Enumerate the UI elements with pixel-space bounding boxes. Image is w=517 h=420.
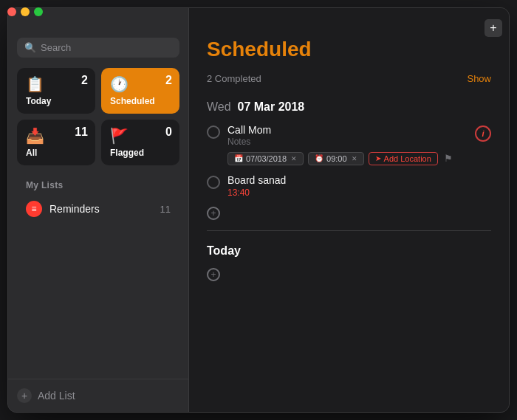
search-input[interactable]: Search bbox=[41, 42, 71, 53]
clock-icon: ⏰ bbox=[315, 154, 323, 162]
task-complete-checkbox[interactable] bbox=[207, 125, 220, 139]
scheduled-icon: 🕐 bbox=[110, 75, 171, 93]
add-list-icon: + bbox=[17, 388, 32, 403]
full-date: 07 Mar 2018 bbox=[238, 100, 305, 113]
new-reminder-button[interactable]: + bbox=[485, 19, 502, 37]
task-call-mom: Call Mom Notes 📅 07/03/2018 ✕ ⏰ 09:00 ✕ … bbox=[189, 120, 509, 170]
all-count: 11 bbox=[75, 125, 88, 139]
task-board-content: Board sanad 13:40 bbox=[227, 174, 491, 198]
task-call-mom-notes: Notes bbox=[227, 137, 468, 147]
task-board-time: 13:40 bbox=[227, 187, 491, 198]
today-count: 2 bbox=[81, 74, 88, 87]
completed-bar: 2 Completed Show bbox=[189, 70, 509, 93]
smart-list-scheduled[interactable]: 🕐 Scheduled 2 bbox=[101, 68, 179, 114]
scheduled-count: 2 bbox=[165, 74, 172, 87]
main-header: Scheduled bbox=[189, 8, 509, 70]
list-item-reminders[interactable]: ≡ Reminders 11 bbox=[17, 196, 179, 221]
add-task-today-icon: + bbox=[207, 268, 220, 281]
task-board-checkbox[interactable] bbox=[207, 176, 220, 189]
reminders-icon: ≡ bbox=[26, 201, 42, 217]
time-value: 09:00 bbox=[326, 154, 347, 163]
calendar-icon: 📅 bbox=[234, 154, 243, 162]
today-label: Today bbox=[26, 96, 86, 106]
add-location-label: Add Location bbox=[384, 154, 431, 163]
my-lists-header: My Lists bbox=[17, 180, 179, 190]
today-icon: 📋 bbox=[26, 75, 86, 93]
day-name: Wed bbox=[207, 100, 231, 113]
show-button[interactable]: Show bbox=[467, 73, 491, 84]
task-call-mom-meta: 📅 07/03/2018 ✕ ⏰ 09:00 ✕ ➤ Add Location … bbox=[227, 151, 468, 165]
task-call-mom-name: Call Mom bbox=[227, 124, 468, 136]
sidebar-footer: + Add List bbox=[8, 379, 188, 412]
minimize-dot[interactable] bbox=[21, 7, 30, 16]
time-remove-icon[interactable]: ✕ bbox=[352, 155, 357, 162]
sidebar: 🔍 Search 📋 Today 2 🕐 Scheduled 2 bbox=[8, 8, 189, 412]
task-call-mom-content: Call Mom Notes 📅 07/03/2018 ✕ ⏰ 09:00 ✕ … bbox=[227, 124, 468, 165]
flagged-count: 0 bbox=[165, 125, 172, 139]
section-date: Wed 07 Mar 2018 bbox=[207, 100, 304, 113]
all-label: All bbox=[26, 148, 86, 158]
date-remove-icon[interactable]: ✕ bbox=[291, 155, 297, 162]
smart-list-today[interactable]: 📋 Today 2 bbox=[17, 68, 95, 114]
info-icon: i bbox=[482, 129, 484, 138]
close-dot[interactable] bbox=[7, 7, 16, 16]
smart-lists: 📋 Today 2 🕐 Scheduled 2 📥 All 11 bbox=[17, 68, 179, 165]
location-arrow-icon: ➤ bbox=[375, 154, 381, 162]
add-location-button[interactable]: ➤ Add Location bbox=[369, 152, 438, 165]
section-divider bbox=[207, 230, 491, 231]
add-list-button[interactable]: + Add List bbox=[17, 388, 179, 403]
main-content: Scheduled 2 Completed Show Wed 07 Mar 20… bbox=[189, 8, 509, 412]
wed-section-header: Wed 07 Mar 2018 bbox=[189, 93, 509, 120]
date-value: 07/03/2018 bbox=[246, 154, 287, 163]
reminders-label: Reminders bbox=[49, 203, 153, 215]
flagged-icon: 🚩 bbox=[110, 127, 171, 145]
completed-text: 2 Completed bbox=[207, 73, 261, 84]
scheduled-label: Scheduled bbox=[110, 96, 171, 106]
add-list-label: Add List bbox=[38, 390, 75, 402]
add-task-today-button[interactable]: + bbox=[189, 264, 509, 286]
task-board-name: Board sanad bbox=[227, 174, 491, 186]
page-title: Scheduled bbox=[207, 38, 312, 61]
today-title: Today bbox=[207, 244, 241, 257]
flagged-label: Flagged bbox=[110, 148, 171, 158]
smart-list-all[interactable]: 📥 All 11 bbox=[17, 120, 95, 165]
task-board-sanad: Board sanad 13:40 bbox=[189, 170, 509, 202]
search-bar[interactable]: 🔍 Search bbox=[17, 38, 179, 58]
reminders-count: 11 bbox=[160, 204, 171, 215]
today-section-header: Today bbox=[189, 237, 509, 264]
info-button[interactable]: i bbox=[475, 125, 491, 142]
time-tag[interactable]: ⏰ 09:00 ✕ bbox=[308, 152, 364, 165]
maximize-dot[interactable] bbox=[34, 7, 43, 16]
smart-list-flagged[interactable]: 🚩 Flagged 0 bbox=[101, 120, 179, 165]
search-icon: 🔍 bbox=[24, 42, 36, 53]
flag-button[interactable]: ⚑ bbox=[442, 151, 454, 165]
date-tag[interactable]: 📅 07/03/2018 ✕ bbox=[227, 152, 304, 165]
add-task-wed-button[interactable]: + bbox=[189, 202, 509, 224]
add-task-wed-icon: + bbox=[207, 207, 220, 220]
